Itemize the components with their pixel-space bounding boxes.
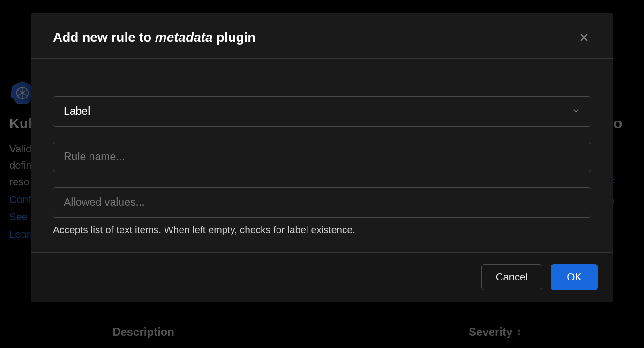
rule-type-select[interactable]: Label xyxy=(53,96,591,127)
modal-footer: Cancel OK xyxy=(31,252,613,302)
allowed-values-input[interactable] xyxy=(53,187,591,218)
add-rule-modal: Add new rule to metadata plugin Label xyxy=(31,13,613,302)
close-button[interactable] xyxy=(577,30,591,45)
modal-header: Add new rule to metadata plugin xyxy=(31,13,613,59)
rule-name-input[interactable] xyxy=(53,142,591,172)
modal-overlay: Add new rule to metadata plugin Label xyxy=(0,0,644,348)
ok-button[interactable]: OK xyxy=(551,264,598,290)
modal-body: Label Accepts list of text items. When l… xyxy=(31,59,613,252)
modal-title: Add new rule to metadata plugin xyxy=(53,30,255,45)
select-value: Label xyxy=(64,105,90,118)
close-icon xyxy=(579,32,589,43)
modal-title-prefix: Add new rule to xyxy=(53,30,155,45)
allowed-values-helper-text: Accepts list of text items. When left em… xyxy=(53,224,591,235)
modal-title-suffix: plugin xyxy=(213,30,256,45)
chevron-down-icon xyxy=(572,105,580,118)
cancel-button[interactable]: Cancel xyxy=(481,264,542,290)
modal-title-plugin-name: metadata xyxy=(155,30,213,45)
